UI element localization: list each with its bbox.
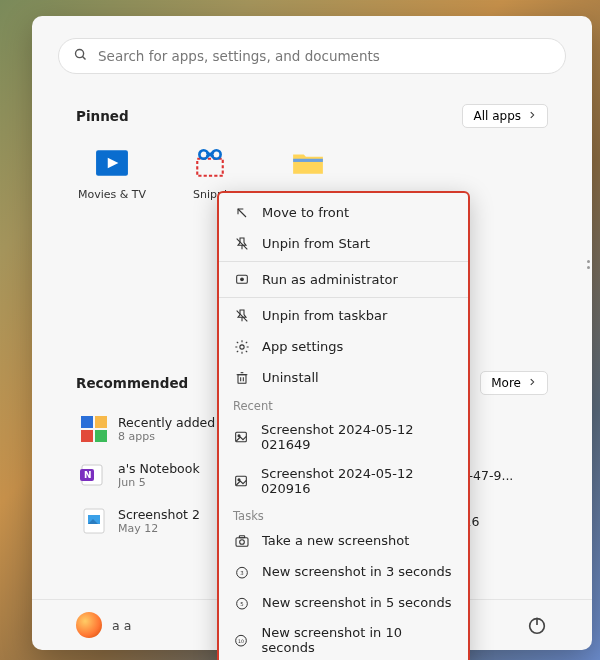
gear-icon xyxy=(233,338,250,355)
more-label: More xyxy=(491,376,521,390)
svg-rect-41 xyxy=(239,535,244,537)
pinned-title: Pinned xyxy=(76,108,129,124)
ctx-unpin-start[interactable]: Unpin from Start xyxy=(219,228,468,259)
timer-5-icon: 5 xyxy=(233,594,250,611)
svg-line-22 xyxy=(238,209,246,217)
ctx-uninstall[interactable]: Uninstall xyxy=(219,362,468,393)
svg-text:10: 10 xyxy=(238,639,244,644)
ctx-recent-header: Recent xyxy=(219,393,468,415)
drag-handle-icon[interactable] xyxy=(587,260,590,269)
file-explorer-icon xyxy=(291,146,325,180)
ctx-label: New screenshot in 5 seconds xyxy=(262,595,451,610)
rec-title: Screenshot 2 xyxy=(118,507,200,522)
start-menu: Pinned All apps Movies & TV Snippi xyxy=(32,16,592,650)
app-label: Movies & TV xyxy=(76,188,148,201)
ctx-label: App settings xyxy=(262,339,343,354)
svg-rect-9 xyxy=(293,159,323,162)
unpin-icon xyxy=(233,307,250,324)
ctx-unpin-taskbar[interactable]: Unpin from taskbar xyxy=(219,300,468,331)
svg-point-36 xyxy=(238,435,240,437)
separator xyxy=(219,297,468,298)
snipping-tool-icon xyxy=(193,146,227,180)
ctx-label: Take a new screenshot xyxy=(262,533,409,548)
svg-rect-4 xyxy=(197,159,223,176)
ctx-label: Unpin from Start xyxy=(262,236,370,251)
ctx-recent-item[interactable]: Screenshot 2024-05-12 020916 xyxy=(219,459,468,503)
ctx-label: New screenshot in 10 seconds xyxy=(262,625,454,655)
recommended-title: Recommended xyxy=(76,375,188,391)
image-icon xyxy=(233,429,249,446)
search-input[interactable] xyxy=(98,48,551,64)
svg-rect-39 xyxy=(236,537,248,546)
pinned-header: Pinned All apps xyxy=(32,84,592,136)
all-apps-label: All apps xyxy=(473,109,521,123)
rec-sub: Jun 5 xyxy=(118,476,200,489)
ctx-label: Move to front xyxy=(262,205,349,220)
ctx-move-to-front[interactable]: Move to front xyxy=(219,197,468,228)
ctx-task-10s[interactable]: 10 New screenshot in 10 seconds xyxy=(219,618,468,660)
svg-text:3: 3 xyxy=(240,569,243,575)
user-account-button[interactable]: a a xyxy=(76,612,131,638)
apps-collage-icon xyxy=(80,415,108,443)
power-button[interactable] xyxy=(526,614,548,636)
pinned-app-movies-tv[interactable]: Movies & TV xyxy=(76,146,148,201)
ctx-label: New screenshot in 3 seconds xyxy=(262,564,451,579)
unpin-icon xyxy=(233,235,250,252)
avatar xyxy=(76,612,102,638)
svg-point-38 xyxy=(238,479,240,481)
rec-title: Recently added xyxy=(118,415,215,430)
ctx-app-settings[interactable]: App settings xyxy=(219,331,468,362)
camera-icon xyxy=(233,532,250,549)
svg-rect-12 xyxy=(81,430,93,442)
search-container xyxy=(32,16,592,84)
svg-point-6 xyxy=(212,150,221,159)
all-apps-button[interactable]: All apps xyxy=(462,104,548,128)
image-icon xyxy=(233,473,249,490)
svg-line-1 xyxy=(83,56,86,59)
chevron-right-icon xyxy=(527,109,537,123)
svg-rect-13 xyxy=(95,430,107,442)
search-icon xyxy=(73,47,88,66)
svg-rect-10 xyxy=(81,416,93,428)
shield-icon xyxy=(233,271,250,288)
trash-icon xyxy=(233,369,250,386)
ctx-label: Unpin from taskbar xyxy=(262,308,387,323)
ctx-task-3s[interactable]: 3 New screenshot in 3 seconds xyxy=(219,556,468,587)
rec-sub: 8 apps xyxy=(118,430,215,443)
ctx-tasks-header: Tasks xyxy=(219,503,468,525)
arrow-upleft-icon xyxy=(233,204,250,221)
rec-title: a's Notebook xyxy=(118,461,200,476)
timer-10-icon: 10 xyxy=(233,632,250,649)
user-name: a a xyxy=(112,618,131,633)
ctx-recent-item[interactable]: Screenshot 2024-05-12 021649 xyxy=(219,415,468,459)
ctx-task-5s[interactable]: 5 New screenshot in 5 seconds xyxy=(219,587,468,618)
svg-rect-30 xyxy=(238,374,246,383)
ctx-task-new-screenshot[interactable]: Take a new screenshot xyxy=(219,525,468,556)
svg-point-26 xyxy=(240,278,243,281)
svg-rect-11 xyxy=(95,416,107,428)
timer-3-icon: 3 xyxy=(233,563,250,580)
image-file-icon xyxy=(80,507,108,535)
ctx-run-admin[interactable]: Run as administrator xyxy=(219,264,468,295)
separator xyxy=(219,261,468,262)
chevron-right-icon xyxy=(527,376,537,390)
svg-point-5 xyxy=(199,150,208,159)
search-box[interactable] xyxy=(58,38,566,74)
more-button[interactable]: More xyxy=(480,371,548,395)
svg-text:5: 5 xyxy=(240,600,243,606)
svg-point-29 xyxy=(239,344,243,348)
ctx-label: Run as administrator xyxy=(262,272,398,287)
context-menu: Move to front Unpin from Start Run as ad… xyxy=(217,191,470,660)
onenote-icon: N xyxy=(80,461,108,489)
ctx-label: Uninstall xyxy=(262,370,319,385)
svg-point-0 xyxy=(76,49,84,57)
movies-tv-icon xyxy=(95,146,129,180)
svg-text:N: N xyxy=(84,470,92,480)
ctx-label: Screenshot 2024-05-12 020916 xyxy=(261,466,454,496)
svg-point-40 xyxy=(239,539,244,544)
rec-sub: May 12 xyxy=(118,522,200,535)
ctx-label: Screenshot 2024-05-12 021649 xyxy=(261,422,454,452)
